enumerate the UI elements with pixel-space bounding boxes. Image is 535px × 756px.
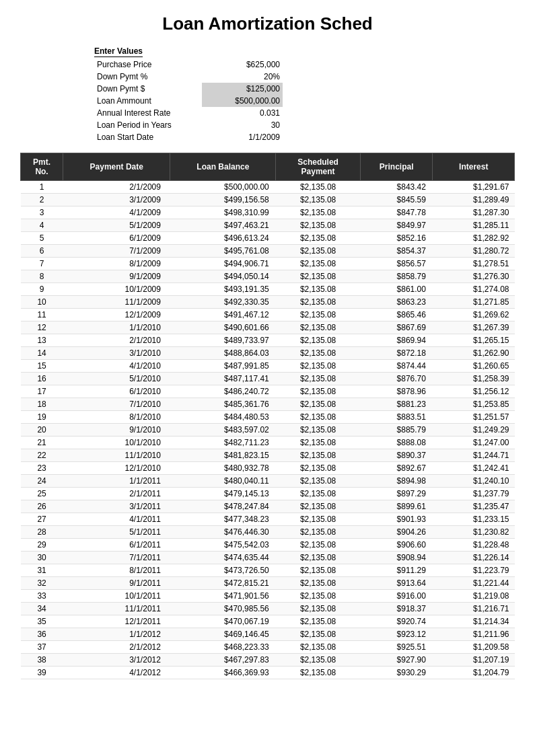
input-row: Loan Start Date1/1/2009 <box>94 131 283 143</box>
table-cell: $2,135.08 <box>276 347 361 360</box>
table-cell: $473,726.50 <box>170 564 276 577</box>
input-label: Down Pymt % <box>94 71 202 83</box>
table-cell: $467,297.83 <box>170 654 276 667</box>
table-cell: $466,369.93 <box>170 667 276 679</box>
table-cell: $1,209.58 <box>433 641 515 654</box>
table-cell: 8/1/2010 <box>63 411 170 424</box>
table-cell: 34 <box>21 603 63 615</box>
table-row: 2110/1/2010$482,711.23$2,135.08$888.08$1… <box>21 437 515 449</box>
table-cell: $2,135.08 <box>276 577 361 590</box>
table-cell: $1,253.85 <box>433 398 515 411</box>
table-cell: 22 <box>21 449 63 462</box>
table-cell: $872.18 <box>360 347 433 360</box>
table-cell: 9/1/2011 <box>63 577 170 590</box>
table-cell: $496,613.24 <box>170 232 276 245</box>
input-section: Enter Values Purchase Price$625,000Down … <box>94 46 515 143</box>
table-cell: $1,267.39 <box>433 322 515 334</box>
table-cell: $881.23 <box>360 398 433 411</box>
table-cell: $499,156.58 <box>170 194 276 206</box>
table-cell: $471,901.56 <box>170 590 276 603</box>
table-cell: $849.97 <box>360 219 433 232</box>
table-cell: 4/1/2011 <box>63 513 170 526</box>
input-label: Purchase Price <box>94 59 202 71</box>
table-cell: $2,135.08 <box>276 654 361 667</box>
table-cell: $1,204.79 <box>433 667 515 679</box>
table-cell: $1,235.47 <box>433 500 515 513</box>
table-row: 274/1/2011$477,348.23$2,135.08$901.93$1,… <box>21 513 515 526</box>
table-row: 910/1/2009$493,191.35$2,135.08$861.00$1,… <box>21 283 515 296</box>
table-cell: 6/1/2010 <box>63 385 170 398</box>
table-cell: $904.26 <box>360 526 433 539</box>
table-cell: $1,256.12 <box>433 385 515 398</box>
table-cell: $475,542.03 <box>170 539 276 552</box>
table-cell: $1,244.71 <box>433 449 515 462</box>
input-label: Loan Start Date <box>94 131 202 143</box>
table-cell: $883.51 <box>360 411 433 424</box>
table-cell: 2/1/2010 <box>63 334 170 347</box>
table-row: 318/1/2011$473,726.50$2,135.08$911.29$1,… <box>21 564 515 577</box>
table-row: 263/1/2011$478,247.84$2,135.08$899.61$1,… <box>21 500 515 513</box>
table-row: 307/1/2011$474,635.44$2,135.08$908.94$1,… <box>21 552 515 564</box>
table-cell: $2,135.08 <box>276 258 361 270</box>
table-cell: 5 <box>21 232 63 245</box>
table-cell: $2,135.08 <box>276 628 361 641</box>
table-cell: $856.57 <box>360 258 433 270</box>
table-row: 2312/1/2010$480,932.78$2,135.08$892.67$1… <box>21 462 515 475</box>
table-cell: $890.37 <box>360 449 433 462</box>
table-cell: 10/1/2011 <box>63 590 170 603</box>
table-header-cell: Pmt.No. <box>21 153 63 181</box>
table-cell: $470,067.19 <box>170 615 276 628</box>
table-row: 67/1/2009$495,761.08$2,135.08$854.37$1,2… <box>21 245 515 258</box>
table-cell: 7/1/2009 <box>63 245 170 258</box>
table-cell: 2 <box>21 194 63 206</box>
table-cell: 1/1/2012 <box>63 628 170 641</box>
table-cell: $1,214.34 <box>433 615 515 628</box>
table-row: 132/1/2010$489,733.97$2,135.08$869.94$1,… <box>21 334 515 347</box>
table-cell: $474,635.44 <box>170 552 276 564</box>
input-value: 0.031 <box>202 107 283 119</box>
table-cell: $2,135.08 <box>276 245 361 258</box>
input-value: $625,000 <box>202 59 283 71</box>
table-cell: $469,146.45 <box>170 628 276 641</box>
table-cell: $2,135.08 <box>276 373 361 385</box>
table-row: 209/1/2010$483,597.02$2,135.08$885.79$1,… <box>21 424 515 437</box>
table-cell: $2,135.08 <box>276 437 361 449</box>
table-cell: $2,135.08 <box>276 641 361 654</box>
table-cell: $498,310.99 <box>170 206 276 219</box>
table-header-cell: ScheduledPayment <box>276 153 361 181</box>
table-cell: $869.94 <box>360 334 433 347</box>
table-cell: $489,733.97 <box>170 334 276 347</box>
table-row: 285/1/2011$476,446.30$2,135.08$904.26$1,… <box>21 526 515 539</box>
table-header-row: Pmt.No.Payment DateLoan BalanceScheduled… <box>21 153 515 181</box>
table-cell: $479,145.13 <box>170 488 276 500</box>
table-cell: 1 <box>21 181 63 194</box>
input-value: 20% <box>202 71 283 83</box>
table-cell: $2,135.08 <box>276 194 361 206</box>
table-row: 121/1/2010$490,601.66$2,135.08$867.69$1,… <box>21 322 515 334</box>
table-cell: $468,223.33 <box>170 641 276 654</box>
table-cell: $2,135.08 <box>276 475 361 488</box>
table-cell: $495,761.08 <box>170 245 276 258</box>
table-cell: $927.90 <box>360 654 433 667</box>
table-cell: $843.42 <box>360 181 433 194</box>
table-cell: 2/1/2011 <box>63 488 170 500</box>
table-cell: $925.51 <box>360 641 433 654</box>
table-cell: $888.08 <box>360 437 433 449</box>
table-cell: $1,219.08 <box>433 590 515 603</box>
table-cell: 9/1/2009 <box>63 270 170 283</box>
table-cell: $2,135.08 <box>276 539 361 552</box>
table-cell: 10 <box>21 296 63 309</box>
table-cell: $901.93 <box>360 513 433 526</box>
input-row: Loan Period in Years30 <box>94 119 283 131</box>
amortization-table: Pmt.No.Payment DateLoan BalanceScheduled… <box>20 153 515 679</box>
table-cell: $1,260.65 <box>433 360 515 373</box>
table-cell: $1,237.79 <box>433 488 515 500</box>
table-cell: $913.64 <box>360 577 433 590</box>
table-cell: 36 <box>21 628 63 641</box>
table-cell: $906.60 <box>360 539 433 552</box>
table-cell: 21 <box>21 437 63 449</box>
table-row: 45/1/2009$497,463.21$2,135.08$849.97$1,2… <box>21 219 515 232</box>
table-row: 198/1/2010$484,480.53$2,135.08$883.51$1,… <box>21 411 515 424</box>
table-cell: $845.59 <box>360 194 433 206</box>
table-cell: $492,330.35 <box>170 296 276 309</box>
